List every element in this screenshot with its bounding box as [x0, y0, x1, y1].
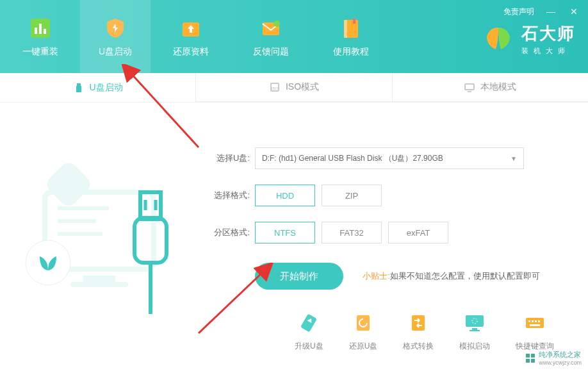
folder-up-icon: [178, 15, 204, 41]
window-controls: 免责声明 — ✕: [503, 5, 580, 18]
svg-rect-35: [470, 330, 480, 331]
usb-restore-icon: [352, 311, 375, 334]
nav-restore[interactable]: 还原资料: [151, 0, 231, 73]
footer-tools: 升级U盘 还原U盘 格式转换 模拟启动 快捷键查询: [295, 311, 554, 352]
tool-simulate-boot[interactable]: 模拟启动: [459, 311, 490, 352]
sub-tab-local[interactable]: 本地模式: [393, 73, 588, 102]
minimize-button[interactable]: —: [544, 5, 558, 18]
svg-point-6: [274, 21, 280, 27]
svg-rect-16: [44, 160, 94, 210]
brand-logo-icon: [483, 24, 514, 54]
watermark: 纯净系统之家 www.ycwjzy.com: [525, 350, 582, 366]
svg-rect-21: [83, 276, 115, 282]
action-row: 开始制作 小贴士:如果不知道怎么配置，使用默认配置即可: [255, 263, 562, 290]
select-format-label: 选择格式:: [205, 190, 250, 201]
brand-subtitle: 装机大师: [521, 46, 575, 56]
svg-rect-32: [466, 315, 484, 327]
tool-label: 升级U盘: [295, 341, 323, 352]
partition-exfat-button[interactable]: exFAT: [388, 222, 448, 243]
tool-label: 还原U盘: [349, 341, 378, 352]
sub-tab-label: 本地模式: [480, 81, 516, 93]
nav-label: U盘启动: [99, 46, 132, 58]
watermark-url: www.ycwjzy.com: [539, 359, 582, 366]
select-usb-row: 选择U盘: D:F: (hd1) General USB Flash Disk …: [205, 147, 562, 169]
sub-tabs: U盘启动 ISO ISO模式 本地模式: [0, 73, 588, 103]
chevron-down-icon: ▼: [510, 155, 517, 162]
select-format-row: 选择格式: HDD ZIP: [205, 185, 562, 206]
tool-label: 模拟启动: [459, 341, 490, 352]
brand: 石大师 装机大师: [483, 22, 575, 56]
sub-tab-label: ISO模式: [286, 81, 319, 93]
partition-fat32-button[interactable]: FAT32: [322, 222, 382, 243]
start-create-button[interactable]: 开始制作: [255, 263, 343, 290]
svg-rect-39: [535, 320, 537, 322]
keyboard-icon: [523, 311, 546, 334]
svg-rect-22: [70, 282, 128, 287]
partition-ntfs-button[interactable]: NTFS: [255, 222, 315, 243]
nav-reinstall[interactable]: 一键重装: [0, 0, 80, 73]
svg-rect-40: [538, 320, 540, 322]
tool-label: 格式转换: [403, 341, 434, 352]
usb-select-value: D:F: (hd1) General USB Flash Disk （U盘）27…: [262, 153, 443, 164]
monitor-icon: [464, 81, 475, 93]
usb-icon: [73, 82, 85, 94]
tool-format-convert[interactable]: 格式转换: [403, 311, 434, 352]
header-bar: 免责声明 — ✕ 一键重装 U盘启动 还原资料 反馈问题: [0, 0, 588, 73]
nav-tutorial[interactable]: 使用教程: [311, 0, 391, 73]
select-usb-label: 选择U盘:: [205, 153, 250, 164]
tool-hotkey-query[interactable]: 快捷键查询: [516, 311, 554, 352]
tip-text: 小贴士:如果不知道怎么配置，使用默认配置即可: [363, 270, 540, 282]
form-area: 选择U盘: D:F: (hd1) General USB Flash Disk …: [199, 122, 588, 327]
iso-icon: ISO: [269, 81, 281, 93]
illustration: [0, 122, 199, 327]
nav-label: 一键重装: [22, 46, 58, 58]
svg-rect-8: [344, 20, 347, 38]
book-icon: [338, 15, 364, 41]
format-zip-button[interactable]: ZIP: [322, 185, 382, 206]
svg-rect-41: [530, 324, 540, 326]
svg-rect-14: [465, 84, 474, 90]
sub-tab-label: U盘启动: [90, 82, 123, 94]
sub-tab-iso[interactable]: ISO ISO模式: [196, 73, 392, 102]
svg-rect-9: [353, 19, 355, 24]
svg-rect-2: [39, 24, 42, 34]
close-button[interactable]: ✕: [568, 5, 580, 18]
svg-text:ISO: ISO: [272, 87, 279, 90]
mail-icon: [258, 15, 284, 41]
svg-rect-38: [532, 320, 534, 322]
svg-rect-29: [300, 314, 317, 333]
svg-rect-36: [526, 318, 544, 328]
partition-format-label: 分区格式:: [205, 227, 250, 238]
nav-label: 使用教程: [333, 46, 369, 58]
watermark-name: 纯净系统之家: [539, 350, 582, 359]
tool-upgrade-usb[interactable]: 升级U盘: [295, 311, 323, 352]
nav-label: 反馈问题: [253, 46, 289, 58]
disclaimer-link[interactable]: 免责声明: [503, 6, 534, 17]
tip-content: 如果不知道怎么配置，使用默认配置即可: [390, 271, 540, 281]
format-hdd-button[interactable]: HDD: [255, 185, 315, 206]
svg-point-23: [26, 240, 70, 285]
nav-usb-boot[interactable]: U盘启动: [80, 0, 151, 73]
svg-rect-37: [528, 320, 530, 322]
svg-rect-3: [44, 29, 46, 34]
tool-restore-usb[interactable]: 还原U盘: [349, 311, 378, 352]
bar-chart-icon: [28, 15, 53, 41]
brand-title: 石大师: [521, 22, 575, 45]
usb-select[interactable]: D:F: (hd1) General USB Flash Disk （U盘）27…: [255, 147, 524, 169]
svg-rect-31: [412, 315, 425, 331]
svg-rect-1: [35, 28, 37, 34]
svg-rect-34: [472, 328, 477, 330]
monitor-boot-icon: [463, 311, 486, 334]
svg-rect-11: [76, 86, 81, 92]
svg-rect-45: [531, 354, 535, 358]
nav-feedback[interactable]: 反馈问题: [231, 0, 311, 73]
svg-rect-24: [135, 218, 167, 263]
svg-rect-44: [526, 354, 530, 358]
svg-rect-46: [526, 359, 530, 363]
main-nav: 一键重装 U盘启动 还原资料 反馈问题 使用教程: [0, 0, 391, 73]
svg-rect-47: [531, 359, 535, 363]
content-area: 选择U盘: D:F: (hd1) General USB Flash Disk …: [0, 103, 588, 327]
usb-up-icon: [297, 311, 320, 334]
shield-icon: [102, 15, 128, 41]
sub-tab-usb[interactable]: U盘启动: [0, 73, 196, 102]
